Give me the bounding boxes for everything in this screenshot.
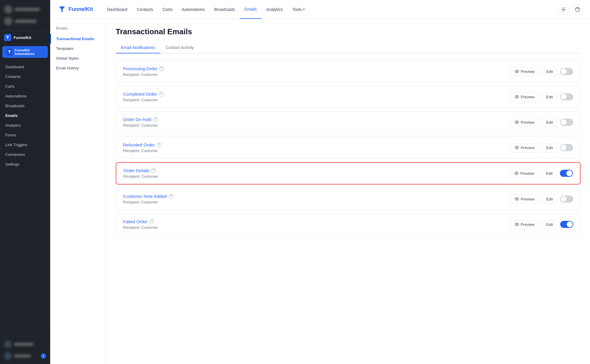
sidebar-automations-name: FunnelKit Automations <box>15 48 44 56</box>
sidebar-nav: Dashboard Contacts Carts Automations Bro… <box>0 60 50 336</box>
eye-icon <box>515 69 519 74</box>
order-onhold-edit-button[interactable]: Edit <box>542 118 557 127</box>
svg-point-0 <box>563 9 564 10</box>
eye-icon <box>515 120 519 124</box>
customer-note-help-icon[interactable]: ? <box>169 194 173 199</box>
sidebar-badge: 1 <box>41 353 46 359</box>
sidebar-item-analytics[interactable]: Analytics <box>0 120 50 130</box>
sidebar-item-settings[interactable]: Settings <box>0 159 50 169</box>
secondary-nav-global-styles[interactable]: Global Styles <box>50 53 106 63</box>
order-onhold-preview-button[interactable]: Preview <box>510 118 539 127</box>
customer-note-preview-button[interactable]: Preview <box>510 195 539 204</box>
eye-icon <box>515 146 519 150</box>
order-onhold-help-icon[interactable]: ? <box>153 117 158 122</box>
failed-order-edit-button[interactable]: Edit <box>542 220 557 229</box>
sidebar-item-carts[interactable]: Carts <box>0 81 50 91</box>
processing-order-preview-button[interactable]: Preview <box>510 67 539 76</box>
topnav-link-tools[interactable]: Tools ▾ <box>287 0 309 19</box>
failed-order-toggle[interactable] <box>560 221 573 228</box>
left-sidebar: FunnelKit FunnelKit Automations Dashboar… <box>0 0 50 364</box>
order-details-help-icon[interactable]: ? <box>151 168 156 173</box>
svg-point-4 <box>517 122 518 123</box>
completed-order-toggle[interactable] <box>560 93 573 100</box>
main-wrapper: FunnelKit Dashboard Contacts Carts Autom… <box>50 0 590 364</box>
refunded-order-toggle[interactable] <box>560 144 573 151</box>
sidebar-funnelkit-automations[interactable]: FunnelKit Automations <box>2 46 48 58</box>
sidebar-item-forms[interactable]: Forms <box>0 130 50 140</box>
sidebar-bottom: 1 <box>0 336 50 364</box>
secondary-sidebar: Emails Transactional Emails Templates Gl… <box>50 19 106 364</box>
topnav-link-contacts[interactable]: Contacts <box>132 0 158 19</box>
topnav-link-dashboard[interactable]: Dashboard <box>102 0 132 19</box>
top-nav: FunnelKit Dashboard Contacts Carts Autom… <box>50 0 590 19</box>
svg-point-8 <box>517 224 518 225</box>
secondary-nav-email-history[interactable]: Email History <box>50 63 106 73</box>
customer-note-edit-button[interactable]: Edit <box>542 195 557 204</box>
email-row-recipient: Recipient: Customer <box>123 72 164 77</box>
completed-order-edit-button[interactable]: Edit <box>542 92 557 102</box>
sidebar-item-emails[interactable]: Emails <box>0 111 50 120</box>
refunded-order-edit-button[interactable]: Edit <box>542 143 557 152</box>
svg-point-7 <box>517 198 518 200</box>
email-row-failed-order: Failed Order ? Recipient: Customer Previ… <box>116 213 581 235</box>
email-row-order-details: Order Details ? Recipient: Customer Prev… <box>116 162 581 185</box>
eye-icon <box>515 222 519 226</box>
email-row-actions: Preview Edit <box>510 67 573 76</box>
sidebar-item-contacts[interactable]: Contacts <box>0 72 50 81</box>
processing-order-toggle[interactable] <box>560 68 573 75</box>
tab-contact-activity[interactable]: Contact Activity <box>160 42 199 53</box>
email-rows-container: Processing Order ? Recipient: Customer P… <box>116 61 581 235</box>
sidebar-brand-name: FunnelKit <box>14 35 31 40</box>
eye-icon <box>515 197 519 201</box>
tab-email-notifications[interactable]: Email Notifications <box>116 42 160 53</box>
page-title: Transactional Emails <box>116 27 581 36</box>
eye-icon <box>515 95 519 99</box>
email-row-refunded-order: Refunded Order ? Recipient: Customer Pre… <box>116 137 581 159</box>
processing-order-help-icon[interactable]: ? <box>159 66 164 71</box>
topnav-link-emails[interactable]: Emails <box>240 0 262 19</box>
sidebar-item-connectors[interactable]: Connectors <box>0 150 50 159</box>
svg-point-5 <box>517 147 518 148</box>
completed-order-help-icon[interactable]: ? <box>159 92 164 97</box>
email-row-left: Processing Order ? Recipient: Customer <box>123 66 164 77</box>
sidebar-item-broadcasts[interactable]: Broadcasts <box>0 101 50 111</box>
completed-order-preview-button[interactable]: Preview <box>510 92 539 102</box>
svg-point-3 <box>517 96 518 97</box>
topnav-logo-text: FunnelKit <box>68 6 93 12</box>
customer-note-toggle[interactable] <box>560 195 573 203</box>
secondary-nav-templates[interactable]: Templates <box>50 44 106 53</box>
topnav-link-broadcasts[interactable]: Broadcasts <box>210 0 240 19</box>
email-row-title: Processing Order ? <box>123 66 164 71</box>
order-details-preview-button[interactable]: Preview <box>510 169 538 178</box>
sidebar-item-dashboard[interactable]: Dashboard <box>0 62 50 72</box>
order-details-edit-button[interactable]: Edit <box>542 169 557 178</box>
email-row-processing-order: Processing Order ? Recipient: Customer P… <box>116 61 581 82</box>
refunded-order-preview-button[interactable]: Preview <box>510 143 539 152</box>
sidebar-funnelkit-brand[interactable]: FunnelKit <box>0 31 50 44</box>
sidebar-brand-logo <box>4 34 11 41</box>
chevron-down-icon: ▾ <box>303 8 305 11</box>
sidebar-automations-logo <box>6 48 12 56</box>
topnav-link-analytics[interactable]: Analytics <box>262 0 287 19</box>
sidebar-item-automations[interactable]: Automations <box>0 91 50 101</box>
secondary-nav-transactional-emails[interactable]: Transactional Emails <box>50 34 106 44</box>
failed-order-preview-button[interactable]: Preview <box>510 220 539 229</box>
secondary-sidebar-title: Emails <box>50 26 106 34</box>
topnav-link-automations[interactable]: Automations <box>177 0 210 19</box>
refunded-order-help-icon[interactable]: ? <box>157 143 161 147</box>
topnav-link-carts[interactable]: Carts <box>158 0 177 19</box>
processing-order-edit-button[interactable]: Edit <box>542 67 557 76</box>
order-details-toggle[interactable] <box>560 170 573 177</box>
sidebar-item-link-triggers[interactable]: Link Triggers <box>0 140 50 150</box>
order-onhold-toggle[interactable] <box>560 119 573 126</box>
tabs-container: Email Notifications Contact Activity <box>116 42 581 53</box>
failed-order-help-icon[interactable]: ? <box>149 219 154 224</box>
email-row-order-onhold: Order On-hold ? Recipient: Customer Prev… <box>116 111 581 133</box>
settings-icon-button[interactable] <box>558 4 569 15</box>
email-row-customer-note: Customer Note Added ? Recipient: Custome… <box>116 188 581 210</box>
page-content: Transactional Emails Email Notifications… <box>106 19 590 364</box>
svg-point-2 <box>517 71 518 72</box>
topnav-actions <box>558 4 583 15</box>
help-icon-button[interactable] <box>572 4 583 15</box>
topnav-logo[interactable]: FunnelKit <box>57 5 93 14</box>
